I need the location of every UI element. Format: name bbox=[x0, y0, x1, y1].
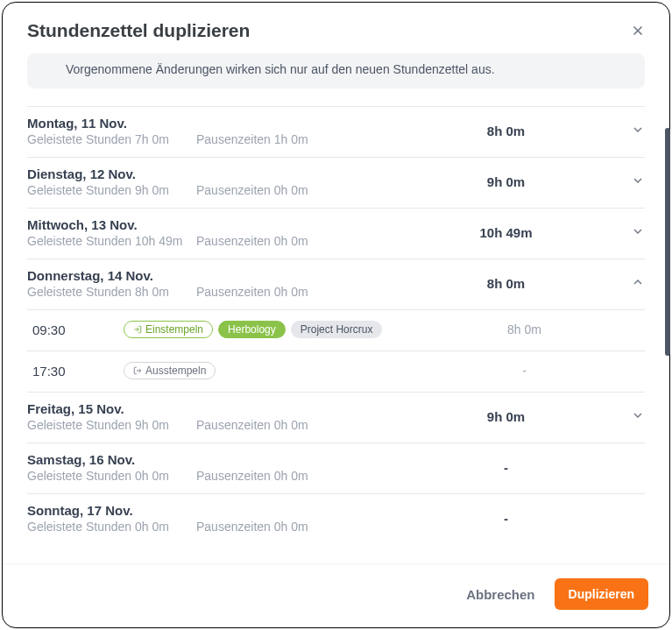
day-row[interactable]: Montag, 11 Nov. Geleistete Stunden 7h 0m… bbox=[27, 106, 645, 157]
day-worked: Geleistete Stunden 8h 0m bbox=[27, 285, 196, 299]
day-row[interactable]: Sonntag, 17 Nov. Geleistete Stunden 0h 0… bbox=[27, 493, 645, 544]
day-row[interactable]: Samstag, 16 Nov. Geleistete Stunden 0h 0… bbox=[27, 442, 645, 493]
modal-footer: Abbrechen Duplizieren bbox=[3, 563, 669, 627]
expand-toggle[interactable] bbox=[610, 224, 645, 242]
modal-title: Stundenzettel duplizieren bbox=[27, 20, 250, 41]
day-break: Pausenzeiten 0h 0m bbox=[196, 183, 376, 197]
day-total: 9h 0m bbox=[376, 409, 610, 424]
day-worked: Geleistete Stunden 9h 0m bbox=[27, 183, 196, 197]
day-break: Pausenzeiten 0h 0m bbox=[196, 520, 376, 534]
chevron-down-icon bbox=[631, 123, 645, 137]
entry-duration: - bbox=[413, 364, 610, 378]
day-name: Freitag, 15 Nov. bbox=[27, 401, 196, 416]
duplicate-button[interactable]: Duplizieren bbox=[555, 578, 648, 610]
time-entry-row: 09:30 Einstempeln Herbology Project Horc… bbox=[27, 309, 645, 350]
day-name: Donnerstag, 14 Nov. bbox=[27, 268, 196, 283]
duplicate-timesheet-modal: Stundenzettel duplizieren Vorgenommene Ä… bbox=[2, 2, 670, 628]
clock-out-badge: Ausstempeln bbox=[124, 362, 216, 379]
modal-body[interactable]: Vorgenommene Änderungen wirken sich nur … bbox=[3, 53, 669, 563]
project-badge: Project Horcrux bbox=[291, 321, 383, 338]
day-total: 9h 0m bbox=[376, 174, 610, 189]
day-worked: Geleistete Stunden 0h 0m bbox=[27, 469, 196, 483]
info-banner: Vorgenommene Änderungen wirken sich nur … bbox=[27, 53, 645, 88]
day-worked: Geleistete Stunden 10h 49m bbox=[27, 234, 196, 248]
clock-in-badge: Einstempeln bbox=[124, 321, 213, 338]
day-worked: Geleistete Stunden 0h 0m bbox=[27, 520, 196, 534]
entry-duration: 8h 0m bbox=[413, 322, 610, 336]
day-name: Samstag, 16 Nov. bbox=[27, 452, 196, 467]
expand-toggle[interactable] bbox=[610, 408, 645, 426]
day-total: 8h 0m bbox=[376, 124, 610, 138]
chevron-down-icon bbox=[631, 224, 645, 238]
chevron-down-icon bbox=[631, 408, 645, 422]
day-total: - bbox=[376, 511, 610, 526]
day-break: Pausenzeiten 0h 0m bbox=[196, 418, 376, 432]
day-name: Montag, 11 Nov. bbox=[27, 116, 196, 131]
day-break: Pausenzeiten 0h 0m bbox=[196, 285, 376, 299]
scrollbar-thumb[interactable] bbox=[665, 128, 670, 356]
day-worked: Geleistete Stunden 9h 0m bbox=[27, 418, 196, 432]
chevron-down-icon bbox=[631, 173, 645, 188]
expand-toggle[interactable] bbox=[610, 123, 645, 140]
category-badge: Herbology bbox=[218, 321, 286, 338]
close-button[interactable] bbox=[627, 20, 648, 41]
entry-time: 09:30 bbox=[27, 322, 124, 337]
day-total: - bbox=[376, 460, 610, 475]
day-break: Pausenzeiten 0h 0m bbox=[196, 469, 376, 483]
day-total: 8h 0m bbox=[376, 276, 610, 291]
cancel-button[interactable]: Abbrechen bbox=[466, 587, 534, 602]
day-row[interactable]: Mittwoch, 13 Nov. Geleistete Stunden 10h… bbox=[27, 208, 645, 258]
day-worked: Geleistete Stunden 7h 0m bbox=[27, 132, 196, 146]
entry-time: 17:30 bbox=[27, 364, 124, 379]
logout-icon bbox=[133, 366, 142, 375]
day-row[interactable]: Freitag, 15 Nov. Geleistete Stunden 9h 0… bbox=[27, 392, 645, 442]
expand-toggle[interactable] bbox=[610, 173, 645, 191]
day-name: Sonntag, 17 Nov. bbox=[27, 503, 196, 518]
day-row[interactable]: Dienstag, 12 Nov. Geleistete Stunden 9h … bbox=[27, 157, 645, 208]
modal-header: Stundenzettel duplizieren bbox=[3, 3, 669, 53]
info-banner-text: Vorgenommene Änderungen wirken sich nur … bbox=[66, 62, 495, 76]
day-row[interactable]: Donnerstag, 14 Nov. Geleistete Stunden 8… bbox=[27, 258, 645, 309]
day-total: 10h 49m bbox=[376, 225, 610, 240]
login-icon bbox=[133, 325, 142, 334]
day-break: Pausenzeiten 0h 0m bbox=[196, 234, 376, 248]
day-break: Pausenzeiten 1h 0m bbox=[196, 132, 376, 146]
day-name: Dienstag, 12 Nov. bbox=[27, 166, 196, 181]
close-icon bbox=[630, 23, 646, 39]
chevron-up-icon bbox=[631, 275, 645, 289]
day-name: Mittwoch, 13 Nov. bbox=[27, 217, 196, 232]
time-entry-row: 17:30 Ausstempeln - bbox=[27, 350, 645, 392]
collapse-toggle[interactable] bbox=[610, 275, 645, 293]
